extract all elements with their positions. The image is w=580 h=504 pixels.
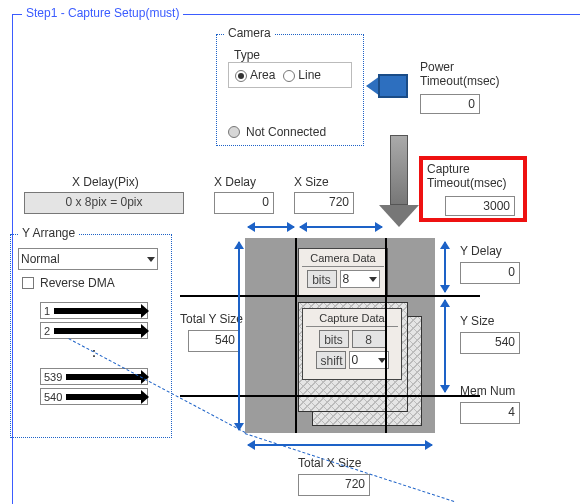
- camera-group-label: Camera: [224, 26, 275, 40]
- camera-status-text: Not Connected: [246, 125, 326, 139]
- dim-arrow-ydelay: [444, 242, 446, 292]
- x-delay-label: X Delay: [214, 175, 256, 189]
- dim-arrow-totaly: [238, 242, 240, 430]
- list-item: 1: [40, 302, 148, 319]
- camera-status-icon: [228, 126, 240, 138]
- list-item: 2: [40, 322, 148, 339]
- power-timeout-input[interactable]: 0: [420, 94, 480, 114]
- camera-data-bits-label: bits: [307, 270, 337, 288]
- diagram-line: [385, 238, 387, 433]
- mem-num-input[interactable]: 4: [460, 402, 520, 424]
- capture-shift-label: shift: [316, 351, 346, 369]
- camera-type-label: Type: [234, 48, 260, 62]
- total-y-size-input[interactable]: 540: [188, 330, 240, 352]
- list-item: 539: [40, 368, 148, 385]
- mem-num-label: Mem Num: [460, 384, 515, 398]
- capture-data-panel: Capture Data bits 8 shift 0: [302, 308, 402, 380]
- diagram-line: [295, 238, 297, 433]
- list-item: 540: [40, 388, 148, 405]
- total-y-size-label: Total Y Size: [180, 312, 243, 326]
- x-size-input[interactable]: 720: [294, 192, 354, 214]
- power-timeout-label: Power Timeout(msec): [420, 60, 500, 88]
- x-size-label: X Size: [294, 175, 329, 189]
- capture-timeout-label: Capture Timeout(msec): [427, 162, 507, 190]
- y-delay-label: Y Delay: [460, 244, 502, 258]
- step-title: Step1 - Capture Setup(must): [22, 6, 183, 20]
- radio-area[interactable]: Area: [235, 68, 275, 82]
- dim-arrow-xdelay: [248, 226, 294, 228]
- camera-data-panel: Camera Data bits 8: [298, 248, 388, 296]
- y-delay-input[interactable]: 0: [460, 262, 520, 284]
- capture-shift-select[interactable]: 0: [349, 351, 389, 369]
- x-delay-pix-display: 0 x 8pix = 0pix: [24, 192, 184, 214]
- chevron-down-icon: [147, 257, 155, 262]
- y-size-label: Y Size: [460, 314, 494, 328]
- flow-arrow-icon: [390, 135, 419, 227]
- total-x-size-input[interactable]: 720: [298, 474, 370, 496]
- y-arrange-label: Y Arrange: [18, 226, 79, 240]
- reverse-dma-checkbox[interactable]: [22, 277, 34, 289]
- capture-bits-label: bits: [319, 330, 349, 348]
- radio-line[interactable]: Line: [283, 68, 321, 82]
- diagram-line: [180, 295, 480, 297]
- dim-arrow-ysize: [444, 300, 446, 392]
- y-size-input[interactable]: 540: [460, 332, 520, 354]
- capture-bits-value: 8: [352, 330, 386, 348]
- x-delay-input[interactable]: 0: [214, 192, 274, 214]
- reverse-dma-label: Reverse DMA: [40, 276, 115, 290]
- diagram-line: [180, 395, 480, 397]
- x-delay-pix-label: X Delay(Pix): [72, 175, 139, 189]
- camera-data-bits-select[interactable]: 8: [340, 270, 380, 288]
- capture-timeout-input[interactable]: 3000: [445, 196, 515, 216]
- y-arrange-select[interactable]: Normal: [18, 248, 158, 270]
- dim-arrow-xsize: [300, 226, 382, 228]
- camera-icon: [378, 70, 410, 102]
